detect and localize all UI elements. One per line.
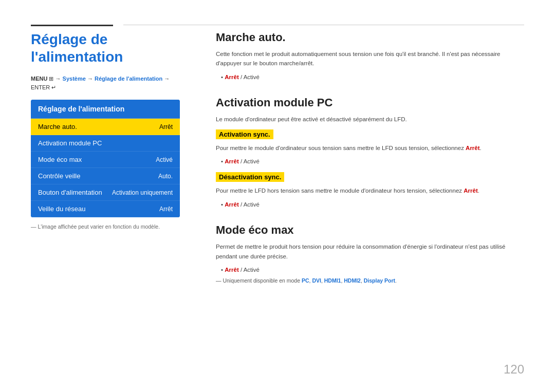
left-column: Réglage de l'alimentation MENU ⊞ → Systè…	[31, 31, 190, 230]
marche-auto-title: Marche auto.	[216, 31, 524, 44]
mode-eco-max-desc: Permet de mettre le produit hors tension…	[216, 242, 524, 261]
marche-auto-bullet: Arrêt / Activé	[221, 72, 524, 82]
desactivation-sync-desc: Pour mettre le LFD hors tension sans met…	[216, 186, 524, 195]
activation-sync-bullet: Arrêt / Activé	[221, 157, 524, 166]
menu-path-arrow2: →	[87, 76, 95, 82]
menu-path-icon: ⊞	[49, 76, 55, 82]
desactivation-sync-bullet: Arrêt / Activé	[221, 200, 524, 209]
menu-item-marche-auto-value: Arrêt	[159, 123, 173, 130]
menu-item-mode-eco-max[interactable]: Mode éco max Activé	[31, 152, 180, 168]
mode-eco-max-title: Mode éco max	[216, 223, 524, 237]
page-title: Réglage de l'alimentation	[31, 31, 190, 65]
menu-item-veille-reseau-label: Veille du réseau	[38, 205, 86, 213]
menu-path: MENU ⊞ → Système → Réglage de l'alimenta…	[31, 74, 190, 91]
section-mode-eco-max: Mode éco max Permet de mettre le produit…	[216, 223, 524, 284]
menu-item-bouton-alimentation[interactable]: Bouton d'alimentation Activation uniquem…	[31, 184, 180, 201]
menu-item-mode-eco-max-value: Activé	[156, 156, 173, 163]
marche-auto-desc: Cette fonction met le produit automatiqu…	[216, 49, 524, 68]
menu-item-mode-eco-max-label: Mode éco max	[38, 156, 82, 163]
menu-item-activation-module-pc-label: Activation module PC	[38, 139, 102, 147]
desactivation-sync-subsection: Désactivation sync. Pour mettre le LFD h…	[216, 172, 524, 209]
top-line-right	[123, 25, 524, 25]
top-line-left	[31, 25, 113, 26]
menu-item-bouton-alimentation-value: Activation uniquement	[112, 189, 173, 196]
mode-hdmi1: HDMI1	[324, 277, 341, 284]
desactivation-sync-highlight: Désactivation sync.	[216, 172, 284, 182]
right-column: Marche auto. Cette fonction met le produ…	[216, 31, 524, 298]
mode-hdmi2: HDMI2	[344, 277, 361, 284]
menu-item-veille-reseau[interactable]: Veille du réseau Arrêt	[31, 201, 180, 217]
menu-item-marche-auto-label: Marche auto.	[38, 123, 77, 130]
menu-item-veille-reseau-value: Arrêt	[159, 206, 173, 213]
menu-path-current: Réglage de l'alimentation	[95, 76, 162, 82]
activation-sync-highlight: Activation sync.	[216, 129, 273, 139]
menu-item-controle-veille[interactable]: Contrôle veille Auto.	[31, 168, 180, 184]
activation-sync-arret-link: Arrêt	[466, 145, 479, 151]
menu-item-bouton-alimentation-label: Bouton d'alimentation	[38, 189, 102, 196]
desactivation-sync-arret-link: Arrêt	[464, 188, 477, 194]
menu-item-activation-module-pc[interactable]: Activation module PC	[31, 135, 180, 152]
menu-box-title: Réglage de l'alimentation	[31, 100, 180, 119]
marche-auto-arret: Arrêt	[225, 74, 238, 80]
activation-sync-arret: Arrêt	[225, 158, 238, 164]
desactivation-sync-arret: Arrêt	[225, 201, 238, 208]
page-number: 120	[504, 362, 524, 377]
mode-eco-max-bullet: Arrêt / Activé	[221, 265, 524, 274]
mode-eco-max-footnote: — Uniquement disponible en mode PC, DVI,…	[216, 277, 524, 284]
menu-item-controle-veille-label: Contrôle veille	[38, 172, 80, 180]
left-footnote: — L'image affichée peut varier en foncti…	[31, 223, 190, 230]
menu-item-controle-veille-value: Auto.	[158, 173, 173, 180]
mode-dvi: DVI	[312, 277, 321, 284]
section-marche-auto: Marche auto. Cette fonction met le produ…	[216, 31, 524, 82]
activation-module-pc-title: Activation module PC	[216, 96, 524, 109]
menu-path-arrow1: →	[55, 76, 61, 82]
menu-path-menu: MENU	[31, 76, 47, 82]
mode-eco-max-arret: Arrêt	[225, 267, 238, 273]
section-activation-module-pc: Activation module PC Le module d'ordinat…	[216, 96, 524, 209]
menu-path-system: Système	[63, 76, 86, 82]
activation-sync-subsection: Activation sync. Pour mettre le module d…	[216, 129, 524, 166]
menu-box: Réglage de l'alimentation Marche auto. A…	[31, 100, 180, 217]
menu-item-marche-auto[interactable]: Marche auto. Arrêt	[31, 119, 180, 135]
activation-sync-desc: Pour mettre le module d'ordinateur sous …	[216, 143, 524, 153]
mode-pc: PC	[302, 277, 309, 284]
mode-display-port: Display Port	[364, 277, 395, 284]
activation-module-pc-desc: Le module d'ordinateur peut être activé …	[216, 115, 524, 124]
